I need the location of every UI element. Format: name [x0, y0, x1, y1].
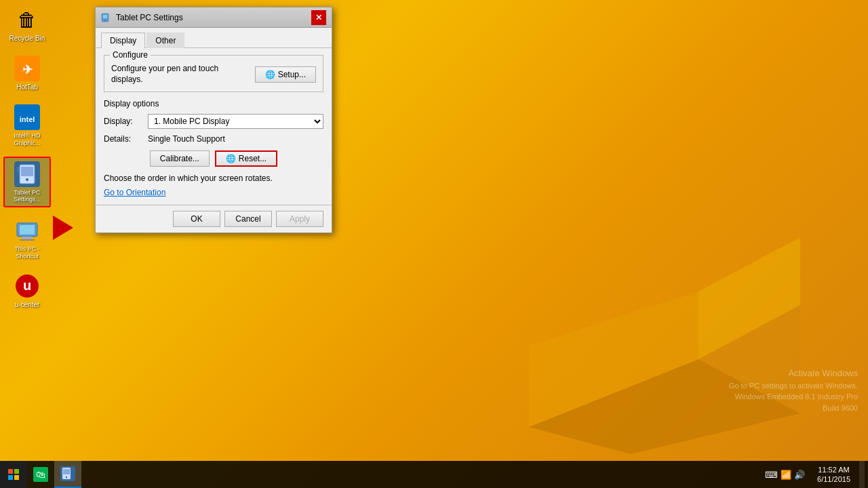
tab-other[interactable]: Other: [146, 33, 184, 48]
tab-display[interactable]: Display: [101, 33, 145, 48]
activate-line4: Build 9600: [729, 403, 858, 414]
taskbar-app-tablet-settings[interactable]: [54, 461, 81, 488]
dialog-close-button[interactable]: ✕: [311, 10, 326, 25]
display-form-row: Display: 1. Mobile PC Display: [104, 114, 323, 129]
configure-group-title: Configure: [110, 50, 151, 60]
desktop-icon-intel-hd[interactable]: intel Intel® HDGraphic...: [3, 101, 51, 150]
desktop-icon-tablet-pc-settings[interactable]: Tablet PCSettings...: [3, 157, 51, 208]
svg-text:🛍: 🛍: [36, 469, 45, 480]
activate-watermark: Activate Windows Go to PC settings to ac…: [729, 367, 858, 413]
recycle-bin-label: Recycle Bin: [9, 35, 45, 43]
svg-rect-28: [61, 470, 62, 473]
ok-button[interactable]: OK: [173, 211, 220, 227]
details-label: Details:: [104, 134, 148, 144]
dialog-footer: OK Cancel Apply: [96, 205, 332, 232]
clock-time: 11:52 AM: [817, 465, 850, 474]
this-pc-icon: [14, 217, 41, 244]
clock-date: 6/11/2015: [817, 474, 850, 484]
keyboard-icon[interactable]: ⌨: [765, 470, 778, 480]
dialog-title-icon: [101, 12, 112, 23]
details-value: Single Touch Support: [148, 134, 225, 144]
hottab-label: HotTab: [16, 83, 38, 92]
display-options-title: Display options: [104, 99, 323, 108]
tablet-pc-settings-dialog: Tablet PC Settings ✕ Display Other Confi…: [95, 7, 332, 233]
windows-logo-icon: [8, 469, 19, 480]
go-to-orientation-link[interactable]: Go to Orientation: [104, 188, 165, 197]
svg-rect-20: [103, 15, 107, 18]
reset-button[interactable]: 🌐 Reset...: [215, 150, 277, 167]
tablet-pc-settings-label: Tablet PCSettings...: [14, 189, 41, 204]
recycle-bin-icon: 🗑: [14, 6, 41, 33]
details-row: Details: Single Touch Support: [104, 134, 323, 144]
hottab-icon: ✈: [14, 55, 41, 82]
dialog-tabs: Display Other: [96, 28, 332, 48]
network-icon[interactable]: 📶: [781, 470, 791, 480]
dialog-content: Configure Configure your pen and touch d…: [96, 48, 332, 205]
configure-row: Configure your pen and touch displays. 🌐…: [111, 61, 316, 85]
activate-line2: Go to PC settings to activate Windows.: [729, 380, 858, 392]
svg-rect-16: [20, 239, 35, 241]
show-desktop-button[interactable]: [859, 461, 865, 488]
svg-text:u: u: [23, 278, 31, 293]
desktop-icon-this-pc[interactable]: This PC -Shortcut: [3, 214, 51, 263]
reset-button-label: Reset...: [239, 154, 267, 163]
svg-rect-15: [22, 237, 32, 239]
desktop-icon-u-center[interactable]: u u-center: [3, 270, 51, 312]
orientation-section: Choose the order in which your screen ro…: [104, 174, 323, 198]
orientation-text: Choose the order in which your screen ro…: [104, 174, 323, 183]
taskbar: 🛍 ⌨ 📶 🔊 11:52 AM: [0, 461, 868, 488]
dialog-titlebar: Tablet PC Settings ✕: [96, 7, 332, 28]
activate-line3: Windows Embedded 8.1 Industry Pro: [729, 391, 858, 403]
taskbar-apps: 🛍: [27, 461, 81, 488]
svg-rect-10: [21, 167, 33, 176]
configure-description: Configure your pen and touch displays.: [111, 64, 247, 85]
setup-button-label: Setup...: [278, 70, 306, 79]
this-pc-label: This PC -Shortcut: [14, 245, 40, 260]
svg-rect-26: [63, 469, 70, 474]
svg-text:✈: ✈: [22, 63, 33, 77]
svg-rect-14: [20, 225, 35, 235]
calibrate-reset-row: Calibrate... 🌐 Reset...: [104, 150, 323, 167]
display-select[interactable]: 1. Mobile PC Display: [148, 114, 323, 129]
svg-point-11: [26, 178, 28, 181]
activate-line1: Activate Windows: [729, 367, 858, 380]
desktop-icons-container: 🗑 Recycle Bin ✈ HotTab intel Intel® HDGr…: [0, 0, 54, 315]
svg-rect-12: [17, 167, 20, 172]
system-clock[interactable]: 11:52 AM 6/11/2015: [812, 465, 856, 485]
calibrate-button[interactable]: Calibrate...: [150, 150, 210, 167]
svg-point-21: [104, 20, 106, 21]
setup-globe-icon: 🌐: [265, 70, 275, 79]
intel-hd-label: Intel® HDGraphic...: [14, 132, 40, 147]
display-options-section: Display options Display: 1. Mobile PC Di…: [104, 99, 323, 144]
calibrate-button-label: Calibrate...: [160, 154, 199, 163]
taskbar-app-store[interactable]: 🛍: [27, 461, 54, 488]
arrow-indicator: [53, 216, 73, 240]
desktop-icon-hottab[interactable]: ✈ HotTab: [3, 52, 51, 94]
svg-point-27: [66, 476, 67, 478]
apply-button[interactable]: Apply: [276, 211, 323, 227]
taskbar-right: ⌨ 📶 🔊 11:52 AM 6/11/2015: [762, 461, 868, 488]
reset-globe-icon: 🌐: [226, 154, 236, 163]
cancel-button[interactable]: Cancel: [224, 211, 272, 227]
desktop-icon-recycle-bin[interactable]: 🗑 Recycle Bin: [3, 3, 51, 45]
system-tray: ⌨ 📶 🔊: [762, 470, 808, 480]
start-button[interactable]: [0, 461, 27, 488]
svg-text:intel: intel: [20, 115, 35, 123]
setup-button[interactable]: 🌐 Setup...: [255, 66, 316, 83]
display-label: Display:: [104, 117, 148, 126]
tablet-pc-settings-icon: [14, 161, 41, 188]
configure-group: Configure Configure your pen and touch d…: [104, 55, 323, 92]
desktop-decoration: [461, 237, 800, 454]
desktop: 🗑 Recycle Bin ✈ HotTab intel Intel® HDGr…: [0, 0, 868, 488]
u-center-icon: u: [14, 272, 41, 300]
intel-hd-icon: intel: [14, 104, 41, 131]
dialog-title-text: Tablet PC Settings: [116, 13, 311, 22]
u-center-label: u-center: [15, 301, 40, 309]
volume-icon[interactable]: 🔊: [794, 470, 805, 480]
